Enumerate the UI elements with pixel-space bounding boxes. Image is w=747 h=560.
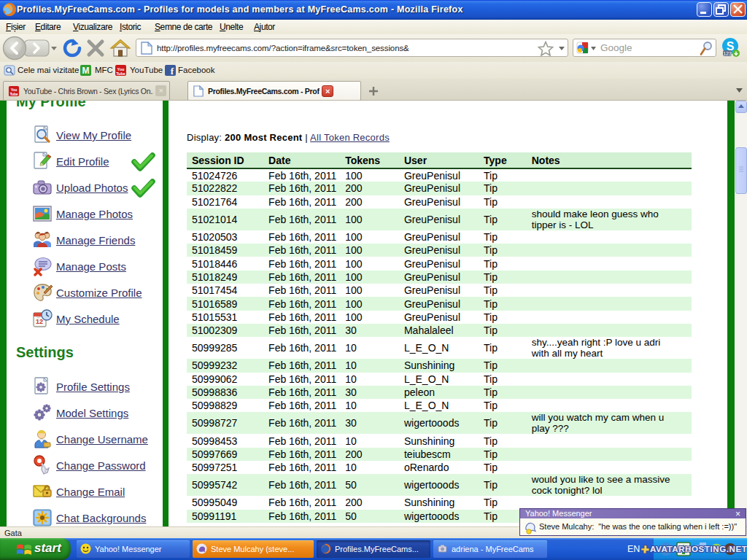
svg-text:You: You bbox=[11, 88, 18, 92]
svg-text:Tube: Tube bbox=[116, 71, 125, 76]
svg-text:Tube: Tube bbox=[10, 92, 18, 96]
svg-text:f: f bbox=[171, 66, 174, 76]
svg-text:You: You bbox=[117, 67, 125, 71]
svg-text:M: M bbox=[82, 66, 90, 76]
svg-text:123: 123 bbox=[723, 51, 732, 56]
svg-text:12: 12 bbox=[36, 318, 43, 325]
